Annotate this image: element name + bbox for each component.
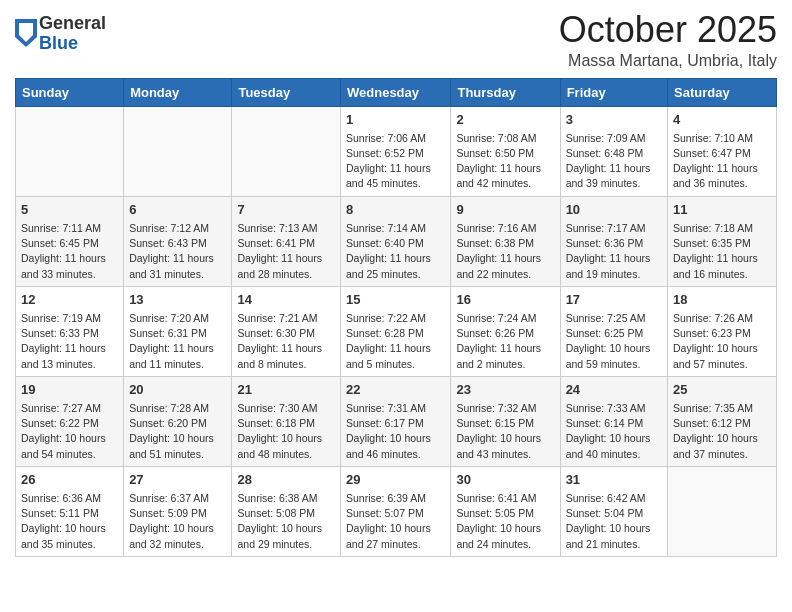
logo-icon: [15, 19, 37, 47]
day-number: 21: [237, 381, 335, 399]
day-info: Sunrise: 7:22 AMSunset: 6:28 PMDaylight:…: [346, 311, 445, 372]
day-number: 31: [566, 471, 662, 489]
day-info: Sunrise: 7:27 AMSunset: 6:22 PMDaylight:…: [21, 401, 118, 462]
day-info: Sunrise: 7:20 AMSunset: 6:31 PMDaylight:…: [129, 311, 226, 372]
header: General Blue October 2025 Massa Martana,…: [15, 10, 777, 70]
day-info: Sunrise: 7:11 AMSunset: 6:45 PMDaylight:…: [21, 221, 118, 282]
day-info: Sunrise: 7:18 AMSunset: 6:35 PMDaylight:…: [673, 221, 771, 282]
table-row: 1Sunrise: 7:06 AMSunset: 6:52 PMDaylight…: [341, 106, 451, 196]
col-monday: Monday: [124, 78, 232, 106]
day-number: 9: [456, 201, 554, 219]
day-info: Sunrise: 7:17 AMSunset: 6:36 PMDaylight:…: [566, 221, 662, 282]
table-row: 13Sunrise: 7:20 AMSunset: 6:31 PMDayligh…: [124, 286, 232, 376]
table-row: 23Sunrise: 7:32 AMSunset: 6:15 PMDayligh…: [451, 376, 560, 466]
day-info: Sunrise: 7:19 AMSunset: 6:33 PMDaylight:…: [21, 311, 118, 372]
day-number: 29: [346, 471, 445, 489]
col-wednesday: Wednesday: [341, 78, 451, 106]
table-row: 5Sunrise: 7:11 AMSunset: 6:45 PMDaylight…: [16, 196, 124, 286]
day-number: 2: [456, 111, 554, 129]
day-number: 6: [129, 201, 226, 219]
table-row: 4Sunrise: 7:10 AMSunset: 6:47 PMDaylight…: [668, 106, 777, 196]
day-number: 12: [21, 291, 118, 309]
title-month: October 2025: [559, 10, 777, 50]
table-row: 7Sunrise: 7:13 AMSunset: 6:41 PMDaylight…: [232, 196, 341, 286]
calendar-week-row: 1Sunrise: 7:06 AMSunset: 6:52 PMDaylight…: [16, 106, 777, 196]
day-number: 24: [566, 381, 662, 399]
table-row: 11Sunrise: 7:18 AMSunset: 6:35 PMDayligh…: [668, 196, 777, 286]
table-row: 17Sunrise: 7:25 AMSunset: 6:25 PMDayligh…: [560, 286, 667, 376]
day-number: 19: [21, 381, 118, 399]
day-info: Sunrise: 7:26 AMSunset: 6:23 PMDaylight:…: [673, 311, 771, 372]
table-row: 20Sunrise: 7:28 AMSunset: 6:20 PMDayligh…: [124, 376, 232, 466]
day-number: 28: [237, 471, 335, 489]
day-number: 4: [673, 111, 771, 129]
day-info: Sunrise: 7:21 AMSunset: 6:30 PMDaylight:…: [237, 311, 335, 372]
day-info: Sunrise: 7:10 AMSunset: 6:47 PMDaylight:…: [673, 131, 771, 192]
title-block: October 2025 Massa Martana, Umbria, Ital…: [559, 10, 777, 70]
day-info: Sunrise: 7:35 AMSunset: 6:12 PMDaylight:…: [673, 401, 771, 462]
calendar-table: Sunday Monday Tuesday Wednesday Thursday…: [15, 78, 777, 557]
logo-blue: Blue: [39, 34, 106, 54]
table-row: 24Sunrise: 7:33 AMSunset: 6:14 PMDayligh…: [560, 376, 667, 466]
table-row: 19Sunrise: 7:27 AMSunset: 6:22 PMDayligh…: [16, 376, 124, 466]
day-number: 17: [566, 291, 662, 309]
col-friday: Friday: [560, 78, 667, 106]
day-number: 23: [456, 381, 554, 399]
day-info: Sunrise: 7:16 AMSunset: 6:38 PMDaylight:…: [456, 221, 554, 282]
day-info: Sunrise: 6:36 AMSunset: 5:11 PMDaylight:…: [21, 491, 118, 552]
day-info: Sunrise: 7:32 AMSunset: 6:15 PMDaylight:…: [456, 401, 554, 462]
day-info: Sunrise: 6:41 AMSunset: 5:05 PMDaylight:…: [456, 491, 554, 552]
day-number: 11: [673, 201, 771, 219]
day-info: Sunrise: 7:28 AMSunset: 6:20 PMDaylight:…: [129, 401, 226, 462]
calendar-week-row: 19Sunrise: 7:27 AMSunset: 6:22 PMDayligh…: [16, 376, 777, 466]
table-row: 14Sunrise: 7:21 AMSunset: 6:30 PMDayligh…: [232, 286, 341, 376]
table-row: 25Sunrise: 7:35 AMSunset: 6:12 PMDayligh…: [668, 376, 777, 466]
day-info: Sunrise: 7:09 AMSunset: 6:48 PMDaylight:…: [566, 131, 662, 192]
day-number: 8: [346, 201, 445, 219]
day-number: 26: [21, 471, 118, 489]
calendar-week-row: 26Sunrise: 6:36 AMSunset: 5:11 PMDayligh…: [16, 466, 777, 556]
calendar-week-row: 12Sunrise: 7:19 AMSunset: 6:33 PMDayligh…: [16, 286, 777, 376]
col-tuesday: Tuesday: [232, 78, 341, 106]
table-row: 2Sunrise: 7:08 AMSunset: 6:50 PMDaylight…: [451, 106, 560, 196]
table-row: 29Sunrise: 6:39 AMSunset: 5:07 PMDayligh…: [341, 466, 451, 556]
calendar-week-row: 5Sunrise: 7:11 AMSunset: 6:45 PMDaylight…: [16, 196, 777, 286]
table-row: [16, 106, 124, 196]
col-thursday: Thursday: [451, 78, 560, 106]
day-info: Sunrise: 6:42 AMSunset: 5:04 PMDaylight:…: [566, 491, 662, 552]
title-location: Massa Martana, Umbria, Italy: [559, 52, 777, 70]
table-row: 26Sunrise: 6:36 AMSunset: 5:11 PMDayligh…: [16, 466, 124, 556]
day-info: Sunrise: 7:30 AMSunset: 6:18 PMDaylight:…: [237, 401, 335, 462]
day-number: 3: [566, 111, 662, 129]
day-info: Sunrise: 7:08 AMSunset: 6:50 PMDaylight:…: [456, 131, 554, 192]
col-saturday: Saturday: [668, 78, 777, 106]
day-number: 22: [346, 381, 445, 399]
day-number: 15: [346, 291, 445, 309]
table-row: 27Sunrise: 6:37 AMSunset: 5:09 PMDayligh…: [124, 466, 232, 556]
day-number: 14: [237, 291, 335, 309]
table-row: 12Sunrise: 7:19 AMSunset: 6:33 PMDayligh…: [16, 286, 124, 376]
table-row: 31Sunrise: 6:42 AMSunset: 5:04 PMDayligh…: [560, 466, 667, 556]
day-info: Sunrise: 7:25 AMSunset: 6:25 PMDaylight:…: [566, 311, 662, 372]
day-info: Sunrise: 6:37 AMSunset: 5:09 PMDaylight:…: [129, 491, 226, 552]
table-row: [232, 106, 341, 196]
table-row: 22Sunrise: 7:31 AMSunset: 6:17 PMDayligh…: [341, 376, 451, 466]
table-row: [124, 106, 232, 196]
logo-general: General: [39, 14, 106, 34]
table-row: 6Sunrise: 7:12 AMSunset: 6:43 PMDaylight…: [124, 196, 232, 286]
day-info: Sunrise: 7:24 AMSunset: 6:26 PMDaylight:…: [456, 311, 554, 372]
table-row: 15Sunrise: 7:22 AMSunset: 6:28 PMDayligh…: [341, 286, 451, 376]
day-number: 30: [456, 471, 554, 489]
day-number: 7: [237, 201, 335, 219]
day-number: 5: [21, 201, 118, 219]
table-row: 28Sunrise: 6:38 AMSunset: 5:08 PMDayligh…: [232, 466, 341, 556]
table-row: 18Sunrise: 7:26 AMSunset: 6:23 PMDayligh…: [668, 286, 777, 376]
day-info: Sunrise: 7:14 AMSunset: 6:40 PMDaylight:…: [346, 221, 445, 282]
day-number: 20: [129, 381, 226, 399]
day-info: Sunrise: 7:06 AMSunset: 6:52 PMDaylight:…: [346, 131, 445, 192]
table-row: 21Sunrise: 7:30 AMSunset: 6:18 PMDayligh…: [232, 376, 341, 466]
day-info: Sunrise: 7:31 AMSunset: 6:17 PMDaylight:…: [346, 401, 445, 462]
table-row: 8Sunrise: 7:14 AMSunset: 6:40 PMDaylight…: [341, 196, 451, 286]
day-info: Sunrise: 6:39 AMSunset: 5:07 PMDaylight:…: [346, 491, 445, 552]
day-number: 13: [129, 291, 226, 309]
